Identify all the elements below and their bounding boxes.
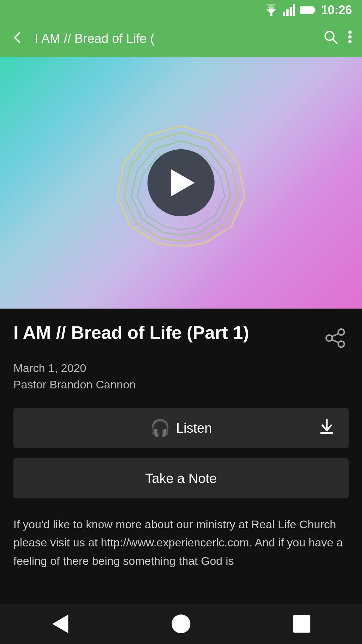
svg-point-20 [326, 335, 332, 341]
svg-point-21 [338, 341, 344, 347]
nav-home-icon [172, 614, 190, 633]
content-header: I AM // Bread of Life (Part 1) [13, 322, 349, 352]
status-time: 10:26 [321, 3, 352, 17]
svg-point-3 [270, 13, 273, 16]
app-bar-title: I AM // Bread of Life ( [35, 32, 316, 46]
svg-rect-6 [290, 7, 292, 16]
svg-marker-2 [266, 4, 277, 7]
svg-rect-5 [286, 9, 289, 16]
svg-rect-9 [314, 8, 315, 12]
back-button[interactable] [10, 30, 25, 47]
share-button[interactable] [322, 325, 349, 352]
svg-rect-4 [283, 12, 285, 16]
svg-rect-8 [300, 6, 314, 14]
logo-hex-container [117, 119, 245, 247]
sermon-title: I AM // Bread of Life (Part 1) [13, 322, 315, 343]
search-button[interactable] [323, 30, 338, 48]
hero-image [0, 57, 362, 309]
svg-point-13 [348, 35, 352, 39]
sermon-description: If you'd like to know more about our min… [13, 515, 349, 570]
content-area: I AM // Bread of Life (Part 1) March 1, … [0, 309, 362, 590]
svg-point-14 [348, 40, 352, 43]
listen-button[interactable]: 🎧 Listen [13, 408, 349, 448]
headphone-icon: 🎧 [150, 419, 170, 437]
svg-line-23 [332, 340, 338, 342]
signal-icon [283, 4, 295, 16]
take-note-button[interactable]: Take a Note [13, 458, 349, 498]
download-icon [318, 418, 335, 438]
more-options-button[interactable] [348, 30, 352, 48]
svg-line-22 [332, 334, 338, 336]
play-triangle-icon [171, 169, 195, 196]
nav-recent-button[interactable] [288, 610, 315, 637]
svg-point-12 [348, 31, 352, 34]
note-label: Take a Note [145, 471, 217, 486]
status-bar: 10:26 [0, 0, 362, 20]
svg-rect-7 [293, 4, 295, 16]
sermon-author: Pastor Brandon Cannon [13, 378, 349, 391]
nav-back-icon [52, 614, 68, 633]
nav-back-button[interactable] [47, 610, 74, 637]
svg-point-19 [338, 329, 344, 335]
play-button[interactable] [147, 149, 215, 216]
sermon-date: March 1, 2020 [13, 362, 349, 375]
status-icons: 10:26 [264, 3, 352, 17]
navigation-bar [0, 604, 362, 644]
app-bar: I AM // Bread of Life ( [0, 20, 362, 57]
wifi-icon [264, 4, 278, 16]
listen-label: 🎧 Listen [150, 419, 212, 437]
battery-icon [300, 5, 316, 15]
nav-recent-icon [293, 615, 310, 633]
listen-text: Listen [176, 421, 212, 436]
svg-line-11 [333, 39, 337, 43]
nav-home-button[interactable] [168, 610, 194, 637]
